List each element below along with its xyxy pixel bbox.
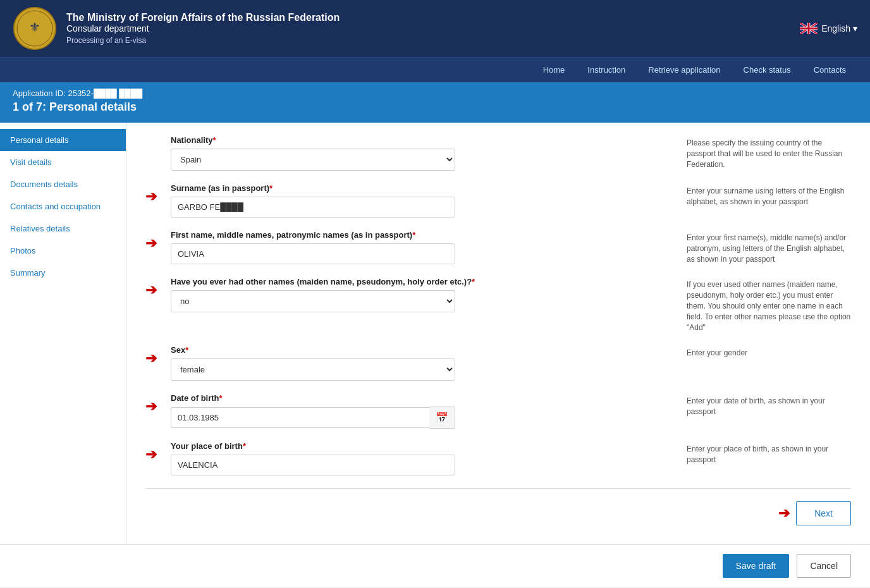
sex-arrow: ➔ [145, 345, 171, 367]
firstname-input[interactable] [171, 243, 455, 264]
org-line3: Processing of an E-visa [66, 36, 800, 45]
dob-input-wrapper: 📅 [171, 407, 455, 429]
surname-field-content: Surname (as in passport)* [171, 183, 674, 217]
sidebar-item-documents[interactable]: Documents details [0, 173, 126, 195]
step-title: 1 of 7: Personal details [13, 101, 857, 114]
dob-field-content: Date of birth* 📅 [171, 393, 674, 429]
nationality-field-content: Nationality* Spain Germany France [171, 135, 674, 171]
firstname-label: First name, middle names, patronymic nam… [171, 230, 674, 240]
sidebar-item-photos[interactable]: Photos [0, 240, 126, 262]
flag-icon [800, 23, 818, 34]
dob-arrow: ➔ [145, 393, 171, 415]
cancel-button[interactable]: Cancel [797, 554, 851, 578]
other-names-select[interactable]: no yes [171, 290, 455, 312]
navigation: Home Instruction Retrieve application Ch… [0, 57, 870, 82]
dob-help: Enter your date of birth, as shown in yo… [674, 393, 851, 417]
place-of-birth-row: ➔ Your place of birth* Enter your place … [145, 441, 851, 475]
other-names-row: ➔ Have you ever had other names (maiden … [145, 277, 851, 333]
firstname-field-content: First name, middle names, patronymic nam… [171, 230, 674, 264]
place-of-birth-help: Enter your place of birth, as shown in y… [674, 441, 851, 465]
nationality-row: Nationality* Spain Germany France Please… [145, 135, 851, 171]
bottom-bar: Save draft Cancel [0, 544, 870, 587]
header-title-block: The Ministry of Foreign Affairs of the R… [66, 12, 800, 45]
nationality-arrow [145, 135, 171, 140]
sidebar-item-visit[interactable]: Visit details [0, 151, 126, 173]
sidebar: Personal details Visit details Documents… [0, 123, 126, 544]
other-names-arrow: ➔ [145, 277, 171, 298]
other-names-help: If you ever used other names (maiden nam… [674, 277, 851, 333]
place-of-birth-input[interactable] [171, 455, 455, 475]
save-draft-button[interactable]: Save draft [723, 554, 790, 578]
sex-label: Sex* [171, 345, 674, 355]
nationality-label: Nationality* [171, 135, 674, 145]
nationality-help: Please specify the issuing country of th… [674, 135, 851, 169]
form-area: Nationality* Spain Germany France Please… [126, 123, 870, 544]
form-divider [145, 488, 851, 489]
sex-row: ➔ Sex* female male Enter your gender [145, 345, 851, 381]
nav-retrieve[interactable]: Retrieve application [637, 58, 732, 82]
application-id: Application ID: 25352-████ ████ [13, 89, 857, 98]
nav-check-status[interactable]: Check status [732, 58, 802, 82]
surname-input[interactable] [171, 197, 455, 217]
place-of-birth-field-content: Your place of birth* [171, 441, 674, 475]
app-bar: Application ID: 25352-████ ████ 1 of 7: … [0, 82, 870, 123]
svg-text:⚜: ⚜ [29, 20, 40, 34]
firstname-help: Enter your first name(s), middle name(s)… [674, 230, 851, 264]
firstname-row: ➔ First name, middle names, patronymic n… [145, 230, 851, 264]
other-names-label: Have you ever had other names (maiden na… [171, 277, 674, 286]
surname-arrow: ➔ [145, 183, 171, 205]
next-button[interactable]: Next [796, 501, 851, 525]
calendar-button[interactable]: 📅 [429, 407, 455, 429]
nationality-select[interactable]: Spain Germany France [171, 149, 455, 171]
sidebar-item-personal[interactable]: Personal details [0, 129, 126, 151]
logo: ⚜ [13, 6, 57, 51]
nav-home[interactable]: Home [532, 58, 577, 82]
sex-help: Enter your gender [674, 345, 851, 358]
place-of-birth-arrow: ➔ [145, 441, 171, 463]
dob-row: ➔ Date of birth* 📅 Enter your date of bi… [145, 393, 851, 429]
main-layout: Personal details Visit details Documents… [0, 123, 870, 544]
language-selector[interactable]: English ▾ [800, 23, 857, 34]
sidebar-item-relatives[interactable]: Relatives details [0, 217, 126, 240]
nav-instruction[interactable]: Instruction [576, 58, 637, 82]
dob-label: Date of birth* [171, 393, 674, 403]
org-line2: Consular department [66, 23, 800, 34]
sex-field-content: Sex* female male [171, 345, 674, 381]
language-label[interactable]: English ▾ [821, 23, 857, 34]
surname-row: ➔ Surname (as in passport)* Enter your s… [145, 183, 851, 217]
sidebar-item-summary[interactable]: Summary [0, 262, 126, 284]
header: ⚜ The Ministry of Foreign Affairs of the… [0, 0, 870, 57]
surname-help: Enter your surname using letters of the … [674, 183, 851, 207]
firstname-arrow: ➔ [145, 230, 171, 252]
nav-contacts[interactable]: Contacts [802, 58, 857, 82]
next-arrow-indicator: ➔ [778, 505, 790, 522]
sex-select[interactable]: female male [171, 358, 455, 381]
dob-input[interactable] [171, 407, 429, 428]
place-of-birth-label: Your place of birth* [171, 441, 674, 451]
sidebar-item-contacts[interactable]: Contacts and occupation [0, 195, 126, 217]
surname-label: Surname (as in passport)* [171, 183, 674, 193]
org-line1: The Ministry of Foreign Affairs of the R… [66, 12, 800, 23]
other-names-field-content: Have you ever had other names (maiden na… [171, 277, 674, 312]
